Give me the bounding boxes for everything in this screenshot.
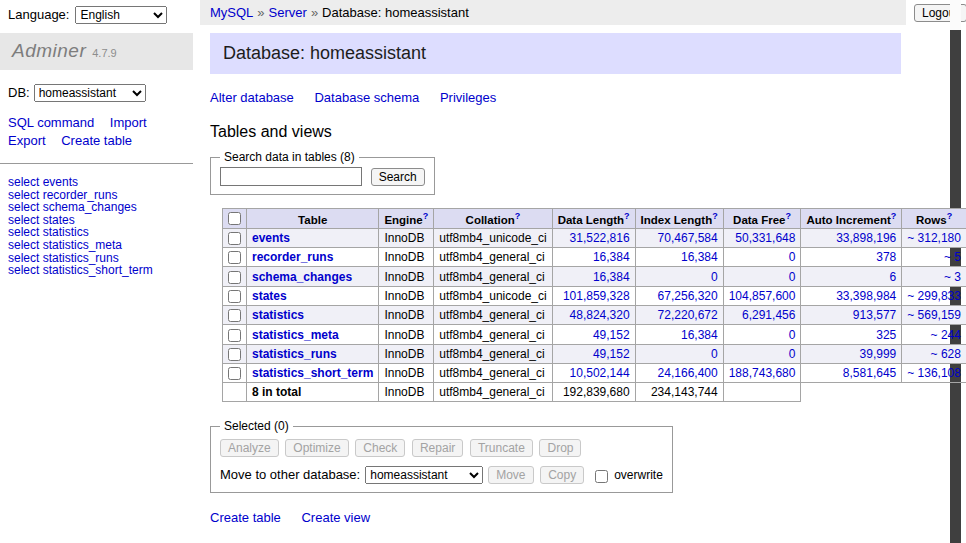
- rows-cell: ~ 3: [902, 267, 966, 286]
- rows-count-link[interactable]: ~ 628: [931, 347, 961, 361]
- table-name-cell: events: [247, 228, 379, 247]
- db-select[interactable]: homeassistant: [34, 84, 146, 102]
- total-label: 8 in total: [247, 383, 379, 402]
- search-button[interactable]: Search: [371, 168, 425, 186]
- rows-count-link[interactable]: ~ 5: [944, 250, 961, 264]
- rows-cell: ~ 628: [902, 344, 966, 363]
- selected-action-button[interactable]: Truncate: [470, 439, 533, 457]
- rows-count-link[interactable]: ~ 569,159: [907, 308, 961, 322]
- total-row: 8 in total InnoDB utf8mb4_general_ci 192…: [223, 383, 966, 402]
- sidebar-action-link[interactable]: SQL command: [8, 115, 94, 130]
- table-name-cell: statistics_runs: [247, 344, 379, 363]
- data-length-cell: 48,824,320: [552, 306, 635, 325]
- breadcrumb-server-link[interactable]: Server: [269, 5, 307, 20]
- row-select-checkbox[interactable]: [228, 251, 241, 264]
- selected-action-button[interactable]: Check: [355, 439, 405, 457]
- column-header: Auto Increment?: [801, 209, 902, 229]
- table-name-link[interactable]: states: [252, 289, 287, 303]
- rows-cell: ~ 299,833: [902, 286, 966, 305]
- rows-count-link[interactable]: ~ 3: [944, 270, 961, 284]
- row-select-checkbox[interactable]: [228, 232, 241, 245]
- column-help-link[interactable]: ?: [624, 211, 630, 221]
- auto-increment-cell: 378: [801, 248, 902, 267]
- table-name-link[interactable]: statistics_meta: [252, 328, 339, 342]
- auto-increment-cell: 8,581,645: [801, 364, 902, 383]
- column-header: Table: [247, 209, 379, 229]
- row-select-checkbox[interactable]: [228, 348, 241, 361]
- table-name-link[interactable]: recorder_runs: [252, 250, 333, 264]
- sidebar-action-link[interactable]: Create table: [61, 133, 132, 148]
- total-index-length: 234,143,744: [635, 383, 723, 402]
- index-length-cell: 0: [635, 344, 723, 363]
- select-all-checkbox[interactable]: [228, 212, 241, 225]
- sidebar-action-link[interactable]: Import: [110, 115, 147, 130]
- language-select[interactable]: English: [75, 6, 167, 24]
- db-label: DB:: [8, 85, 30, 100]
- selected-action-button[interactable]: Analyze: [220, 439, 279, 457]
- copy-button[interactable]: Copy: [540, 466, 584, 484]
- data-free-cell: 0: [723, 248, 801, 267]
- table-name-cell: statistics_short_term: [247, 364, 379, 383]
- breadcrumb-mysql-link[interactable]: MySQL: [210, 5, 253, 20]
- sidebar-table-link[interactable]: select schema_changes: [8, 201, 185, 214]
- sidebar-actions-line1: SQL command Import: [8, 115, 185, 130]
- rows-count-link[interactable]: ~ 312,180: [907, 231, 961, 245]
- language-label: Language:: [8, 7, 69, 22]
- column-help-link[interactable]: ?: [423, 211, 429, 221]
- table-name-link[interactable]: statistics_short_term: [252, 366, 373, 380]
- index-length-cell: 16,384: [635, 248, 723, 267]
- breadcrumb-current: Database: homeassistant: [322, 5, 469, 20]
- table-name-link[interactable]: statistics: [252, 308, 304, 322]
- selected-fieldset: Selected (0) Analyze Optimize Check Repa…: [210, 419, 673, 493]
- move-db-select[interactable]: homeassistant: [365, 466, 483, 484]
- total-collation: utf8mb4_general_ci: [434, 383, 552, 402]
- rows-count-link[interactable]: ~ 244: [931, 328, 961, 342]
- rows-cell: ~ 244: [902, 325, 966, 344]
- row-select-checkbox[interactable]: [228, 271, 241, 284]
- table-name-link[interactable]: statistics_runs: [252, 347, 337, 361]
- move-button[interactable]: Move: [488, 466, 533, 484]
- table-name-link[interactable]: schema_changes: [252, 270, 352, 284]
- create-link[interactable]: Create table: [210, 510, 281, 525]
- rows-count-link[interactable]: ~ 136,108: [907, 366, 961, 380]
- collation-cell: utf8mb4_general_ci: [434, 344, 552, 363]
- row-select-checkbox[interactable]: [228, 309, 241, 322]
- column-help-link[interactable]: ?: [712, 211, 718, 221]
- total-data-length: 192,839,680: [552, 383, 635, 402]
- table-rows: events InnoDB utf8mb4_unicode_ci 31,522,…: [223, 228, 966, 383]
- db-nav-link[interactable]: Database schema: [314, 90, 419, 105]
- collation-cell: utf8mb4_general_ci: [434, 364, 552, 383]
- create-links: Create table Create view: [210, 510, 914, 525]
- column-header: Index Length?: [635, 209, 723, 229]
- row-select-checkbox[interactable]: [228, 290, 241, 303]
- selected-action-buttons: Analyze Optimize Check Repair Truncate D…: [220, 439, 663, 457]
- sidebar-table-link[interactable]: select events: [8, 176, 185, 189]
- column-help-link[interactable]: ?: [515, 211, 521, 221]
- row-select-checkbox[interactable]: [228, 329, 241, 342]
- db-nav-link[interactable]: Alter database: [210, 90, 294, 105]
- breadcrumb: MySQL»Server»Database: homeassistant: [200, 0, 906, 25]
- rows-count-link[interactable]: ~ 299,833: [907, 289, 961, 303]
- db-nav-link[interactable]: Privileges: [440, 90, 496, 105]
- search-legend: Search data in tables (8): [220, 150, 359, 164]
- row-select-checkbox[interactable]: [228, 367, 241, 380]
- rows-cell: ~ 312,180: [902, 228, 966, 247]
- column-help-link[interactable]: ?: [786, 211, 792, 221]
- selected-action-button[interactable]: Repair: [412, 439, 463, 457]
- overwrite-checkbox[interactable]: [595, 470, 608, 483]
- search-input[interactable]: [220, 167, 362, 186]
- index-length-cell: 67,256,320: [635, 286, 723, 305]
- column-help-link[interactable]: ?: [891, 211, 897, 221]
- tables-and-views-heading: Tables and views: [210, 123, 914, 141]
- db-selector-row: DB:homeassistant: [0, 70, 193, 102]
- column-help-link[interactable]: ?: [947, 211, 953, 221]
- sidebar-table-link[interactable]: select statistics_meta: [8, 239, 185, 252]
- table-name-link[interactable]: events: [252, 231, 290, 245]
- selected-action-button[interactable]: Optimize: [285, 439, 348, 457]
- sidebar-table-link[interactable]: select statistics_short_term: [8, 264, 185, 277]
- create-link[interactable]: Create view: [301, 510, 370, 525]
- row-select-cell: [223, 306, 247, 325]
- table-row: recorder_runs InnoDB utf8mb4_general_ci …: [223, 248, 966, 267]
- sidebar-action-link[interactable]: Export: [8, 133, 46, 148]
- selected-action-button[interactable]: Drop: [539, 439, 581, 457]
